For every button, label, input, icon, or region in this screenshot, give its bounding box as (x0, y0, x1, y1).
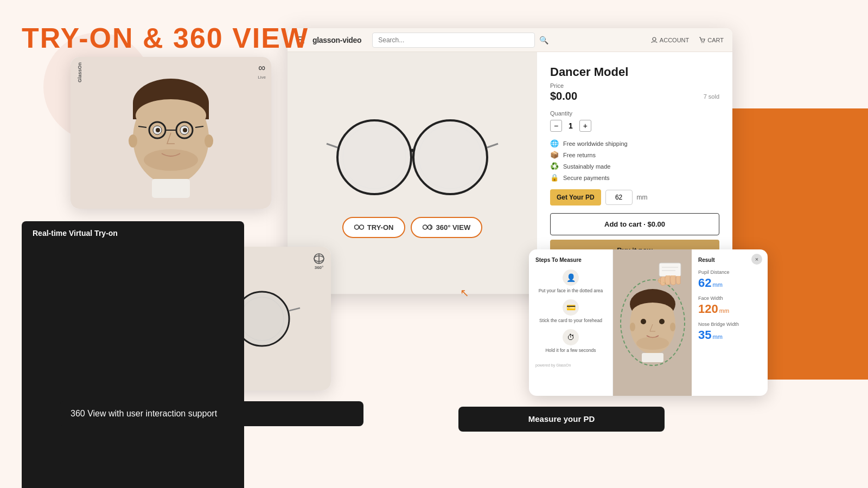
secure-icon: 🔒 (550, 174, 559, 182)
view360-glasses-icon (423, 223, 432, 231)
tryon-card: GlassOn ∞ Live (71, 57, 271, 209)
product-sold: 7 sold (704, 93, 719, 100)
pd-result-section: Result Pupil Distance 62mm Face Width 12… (692, 249, 768, 396)
feature-secure: 🔒 Secure payments (550, 174, 719, 182)
cart-link[interactable]: CART (699, 37, 724, 43)
svg-point-7 (183, 128, 187, 132)
pd-steps-section: Steps To Measure 👤 Put your face in the … (529, 249, 613, 396)
search-icon[interactable]: 🔍 (539, 36, 548, 44)
cursor-arrow: ↖ (460, 286, 469, 299)
pd-step-1: 👤 Put your face in the dotted area (535, 269, 606, 294)
account-link[interactable]: ACCOUNT (651, 37, 689, 43)
svg-point-6 (156, 128, 160, 132)
pd-step-2-icon: 💳 (563, 299, 579, 316)
page-title: TRY-ON & 360 VIEW (22, 22, 309, 54)
pupil-distance-value: 62 (698, 276, 711, 290)
tryon-face-svg (117, 68, 225, 198)
pupil-distance-label: Pupil Distance (698, 269, 761, 275)
svg-point-28 (703, 42, 704, 43)
svg-point-14 (205, 134, 213, 147)
tryon-live-badge: ∞ Live (258, 62, 266, 80)
returns-icon: 📦 (550, 151, 559, 159)
pd-unit: mm (637, 194, 648, 201)
svg-line-39 (363, 226, 364, 226)
nose-bridge-label: Nose Bridge Width (698, 322, 761, 327)
pd-close-button[interactable]: × (751, 254, 762, 265)
hand-icon (656, 260, 686, 287)
view360-caption: 360 View with user interaction support (60, 401, 363, 426)
pd-step-1-icon: 👤 (563, 269, 579, 286)
pd-face-width: Face Width 120mm (698, 296, 761, 316)
pd-powered-label: powered by GlassOn (535, 359, 606, 367)
try-on-buttons: TRY-ON 360° VIEW (342, 217, 482, 238)
product-glasses-svg (326, 108, 499, 206)
pd-step-1-text: Put your face in the dotted area (539, 288, 603, 294)
pd-step-3: ⏱ Hold it for a few seconds (535, 329, 606, 354)
svg-point-29 (337, 120, 411, 194)
pd-input[interactable] (605, 190, 633, 205)
product-name: Dancer Model (550, 65, 719, 79)
pd-face-oval (620, 279, 685, 366)
svg-point-40 (423, 225, 427, 229)
qty-decrease-btn[interactable]: − (550, 120, 562, 132)
feature-returns: 📦 Free returns (550, 151, 719, 159)
browser-actions: ACCOUNT CART (651, 37, 724, 43)
view360-badge: 360° (312, 252, 326, 270)
price-row: $0.00 7 sold (550, 90, 719, 102)
sustainable-icon: ♻️ (550, 162, 559, 170)
pd-row: Get Your PD mm (550, 189, 719, 206)
add-to-cart-button[interactable]: Add to cart · $0.00 (550, 213, 719, 235)
cart-icon (699, 37, 705, 43)
pd-nose-bridge: Nose Bridge Width 35mm (698, 322, 761, 342)
price-label: Price (550, 82, 719, 89)
tryon-label: TRY-ON (367, 223, 394, 232)
nose-bridge-unit: mm (712, 333, 722, 340)
shipping-icon: 🌐 (550, 139, 559, 147)
quantity-control: − 1 + (550, 120, 719, 132)
tryon-logo: GlassOn (77, 62, 82, 82)
svg-rect-52 (659, 263, 681, 277)
tryon-caption: Real-time Virtual Try-on (22, 221, 244, 488)
pd-measure-card: × Steps To Measure 👤 Put your face in th… (529, 249, 768, 396)
pd-steps-title: Steps To Measure (535, 257, 606, 263)
svg-point-35 (354, 225, 359, 229)
svg-point-41 (428, 225, 432, 229)
quantity-label: Quantity (550, 110, 719, 117)
get-pd-button[interactable]: Get Your PD (550, 189, 601, 206)
hand-card-overlay (656, 260, 686, 290)
face-width-label: Face Width (698, 296, 761, 301)
svg-line-38 (354, 226, 355, 226)
svg-point-30 (413, 120, 487, 194)
svg-point-13 (129, 134, 137, 147)
svg-line-32 (487, 144, 498, 147)
svg-point-36 (359, 225, 363, 229)
svg-point-27 (701, 42, 703, 43)
browser-logo: glasson-video (312, 36, 361, 44)
svg-line-23 (289, 308, 300, 311)
pd-step-3-text: Hold it for a few seconds (545, 348, 596, 354)
svg-line-31 (327, 144, 337, 147)
view360-button[interactable]: 360° VIEW (411, 217, 482, 238)
qty-increase-btn[interactable]: + (579, 120, 591, 132)
nose-bridge-value: 35 (698, 328, 711, 342)
pd-step-2: 💳 Stick the card to your forehead (535, 299, 606, 324)
view360-badge-label: 360° (315, 265, 324, 270)
svg-point-26 (653, 37, 656, 41)
account-icon (651, 37, 658, 43)
feature-list: 🌐 Free worldwide shipping 📦 Free returns… (550, 139, 719, 182)
view360-label: 360° VIEW (436, 223, 470, 232)
infinity-icon: ∞ (258, 62, 265, 74)
face-width-unit: mm (719, 307, 729, 314)
product-price: $0.00 (550, 90, 577, 102)
browser-navbar: ☰ glasson-video 🔍 ACCOUNT CART (288, 28, 732, 52)
pd-step-3-icon: ⏱ (563, 329, 579, 345)
view360-icon (312, 252, 326, 265)
qty-value: 1 (569, 121, 573, 130)
tryon-button[interactable]: TRY-ON (342, 217, 406, 238)
pd-measure-caption: Measure your PD (458, 407, 665, 432)
pd-pupil-distance: Pupil Distance 62mm (698, 269, 761, 290)
live-label: Live (258, 75, 266, 80)
feature-sustainable: ♻️ Sustainably made (550, 162, 719, 170)
search-input[interactable] (372, 33, 535, 48)
pupil-distance-unit: mm (712, 281, 722, 288)
